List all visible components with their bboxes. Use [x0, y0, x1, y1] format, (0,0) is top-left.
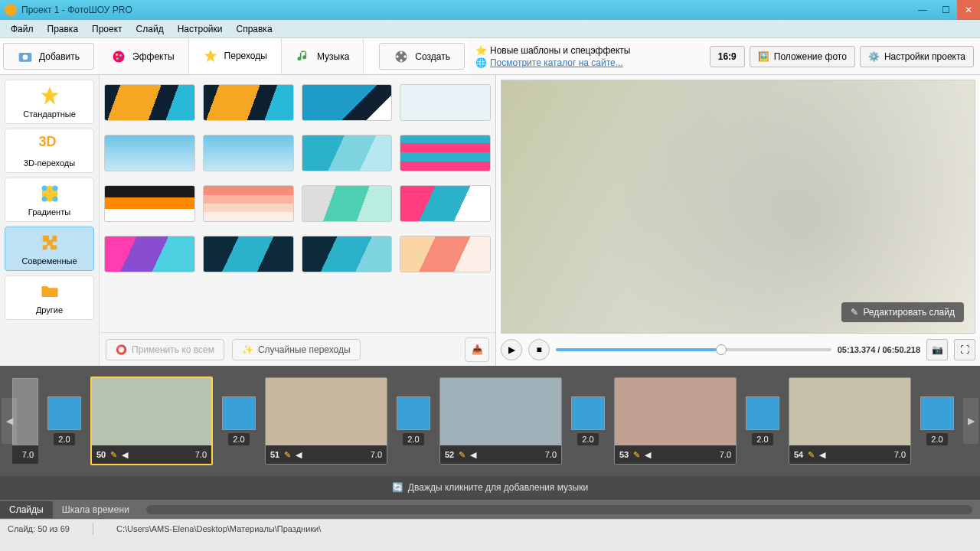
tab-timescale[interactable]: Шкала времени — [53, 501, 139, 518]
transition-thumb[interactable] — [302, 135, 393, 171]
play-button[interactable]: ▶ — [501, 339, 522, 360]
category-folder[interactable]: Другие — [5, 276, 94, 320]
preview-canvas: ✎ Редактировать слайд — [501, 80, 975, 334]
pencil-icon: ✎ — [851, 307, 858, 318]
transition-thumb[interactable] — [400, 236, 491, 272]
random-transitions-button[interactable]: ✨ Случайные переходы — [232, 339, 361, 360]
category-3d[interactable]: 3D3D-переходы — [5, 129, 94, 173]
star-icon — [39, 85, 60, 106]
transition-thumb[interactable] — [203, 236, 294, 272]
window-title: Проект 1 - ФотоШОУ PRO — [21, 5, 132, 15]
transition-grid[interactable] — [100, 75, 495, 332]
svg-point-16 — [41, 197, 47, 202]
transition-slot[interactable]: 2.0 — [570, 396, 606, 445]
transition-slot[interactable]: 2.0 — [919, 396, 956, 445]
transition-thumb-icon — [397, 396, 430, 430]
svg-point-14 — [41, 186, 47, 191]
transition-thumb[interactable] — [203, 84, 294, 121]
category-star[interactable]: Стандартные — [5, 80, 94, 124]
timeline-frame[interactable]: 54✎◀7.0 — [789, 377, 911, 465]
music-tab[interactable]: Музыка — [282, 38, 364, 74]
photo-position-button[interactable]: 🖼️ Положение фото — [750, 46, 855, 67]
transition-thumb[interactable] — [104, 84, 195, 121]
gradient-icon — [39, 183, 60, 204]
plus-folder-icon: 📥 — [472, 344, 483, 355]
transition-thumb[interactable] — [302, 84, 393, 121]
create-button[interactable]: Создать — [379, 43, 465, 70]
apply-all-button[interactable]: ⭕ Применить ко всем — [106, 339, 224, 360]
star-icon — [203, 48, 218, 64]
sound-icon: ◀ — [122, 450, 128, 460]
transition-slot[interactable]: 2.0 — [46, 396, 83, 445]
snapshot-button[interactable]: 📷 — [926, 339, 948, 360]
time-display: 05:13.374 / 06:50.218 — [838, 345, 920, 354]
menu-edit[interactable]: Правка — [41, 21, 85, 37]
wand-icon: ✨ — [242, 344, 253, 355]
transition-slot[interactable]: 2.0 — [220, 396, 257, 445]
menu-slide[interactable]: Слайд — [130, 21, 170, 37]
transition-thumb[interactable] — [302, 236, 393, 272]
timeline-scrollbar[interactable] — [146, 505, 972, 514]
pencil-icon: ✎ — [633, 450, 640, 460]
timeline[interactable]: ◀ 7.02.050✎◀7.02.051✎◀7.02.052✎◀7.02.053… — [0, 366, 980, 476]
stop-button[interactable]: ■ — [528, 339, 550, 360]
sound-icon: ◀ — [645, 450, 651, 460]
timeline-next-button[interactable]: ▶ — [963, 398, 978, 444]
add-collection-button[interactable]: 📥 — [465, 337, 489, 362]
transition-thumb[interactable] — [400, 185, 491, 222]
transition-thumb[interactable] — [302, 185, 393, 222]
transition-thumb-icon — [222, 396, 256, 430]
transition-thumb[interactable] — [400, 84, 491, 121]
minimize-button[interactable]: — — [911, 0, 934, 20]
transition-thumb[interactable] — [104, 236, 195, 272]
transition-slot[interactable]: 2.0 — [744, 396, 781, 445]
music-icon — [296, 49, 311, 64]
effects-tab[interactable]: Эффекты — [97, 38, 189, 74]
fullscreen-button[interactable]: ⛶ — [954, 339, 975, 360]
menu-project[interactable]: Проект — [86, 21, 129, 37]
apply-icon: ⭕ — [116, 344, 127, 355]
timeline-frame[interactable]: 51✎◀7.0 — [265, 377, 387, 465]
timeline-frame[interactable]: 52✎◀7.0 — [439, 377, 562, 465]
seek-slider[interactable] — [556, 348, 831, 351]
svg-point-5 — [116, 57, 119, 59]
transition-thumb[interactable] — [400, 135, 491, 171]
transition-thumb[interactable] — [203, 135, 294, 171]
aspect-ratio-button[interactable]: 16:9 — [710, 46, 745, 67]
svg-point-8 — [400, 51, 403, 54]
refresh-icon: 🔄 — [392, 482, 403, 493]
timeline-prev-button[interactable]: ◀ — [2, 398, 17, 444]
transition-thumb[interactable] — [203, 185, 294, 222]
transitions-tab[interactable]: Переходы — [189, 38, 282, 74]
timeline-frame[interactable]: 50✎◀7.0 — [90, 377, 213, 465]
maximize-button[interactable]: ☐ — [934, 0, 957, 20]
close-button[interactable]: ✕ — [957, 0, 980, 20]
star-small-icon: ⭐ — [475, 45, 487, 56]
music-track[interactable]: 🔄 Дважды кликните для добавления музыки — [0, 476, 980, 499]
frame-icon: 🖼️ — [758, 51, 769, 62]
menu-file[interactable]: Файл — [5, 21, 40, 37]
add-button[interactable]: Добавить — [3, 43, 94, 70]
svg-point-17 — [52, 197, 57, 202]
svg-point-10 — [404, 55, 407, 57]
menubar: Файл Правка Проект Слайд Настройки Справ… — [0, 20, 980, 38]
titlebar: Проект 1 - ФотоШОУ PRO — ☐ ✕ — [0, 0, 980, 20]
transition-thumb[interactable] — [104, 135, 195, 171]
promo-line1: Новые шаблоны и спецэффекты — [490, 45, 631, 56]
3d-icon: 3D — [39, 134, 60, 155]
project-settings-button[interactable]: ⚙️ Настройки проекта — [860, 46, 974, 67]
puzzle-icon — [39, 232, 60, 253]
category-gradient[interactable]: Градиенты — [5, 178, 94, 222]
menu-help[interactable]: Справка — [230, 21, 278, 37]
promo-link[interactable]: Посмотрите каталог на сайте... — [490, 57, 623, 68]
tab-slides[interactable]: Слайды — [0, 501, 53, 518]
category-puzzle[interactable]: Современные — [5, 227, 94, 271]
timeline-frame[interactable]: 53✎◀7.0 — [614, 377, 737, 465]
transition-slot[interactable]: 2.0 — [395, 396, 432, 445]
menu-settings[interactable]: Настройки — [172, 21, 229, 37]
transition-thumb[interactable] — [104, 185, 195, 222]
edit-slide-button[interactable]: ✎ Редактировать слайд — [841, 302, 964, 322]
film-reel-icon — [394, 49, 409, 64]
sound-icon: ◀ — [819, 450, 825, 460]
gear-icon: ⚙️ — [868, 51, 880, 62]
